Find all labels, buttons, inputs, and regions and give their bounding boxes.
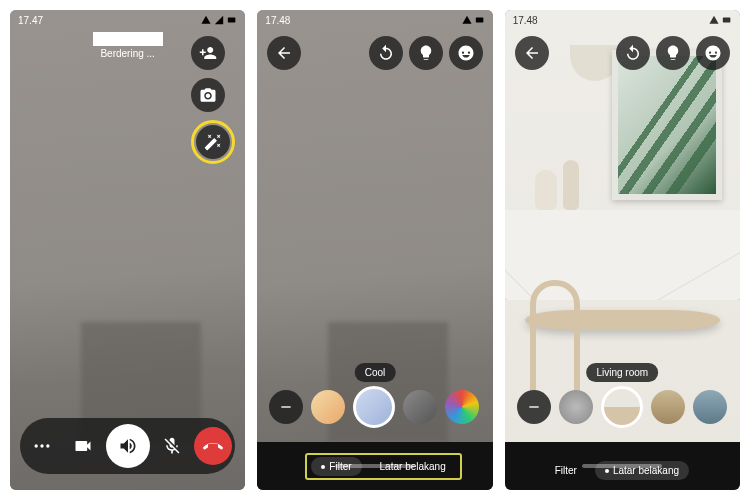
filter-name-pill: Cool: [355, 363, 396, 382]
avatar-button[interactable]: [449, 36, 483, 70]
bg-artwork: [612, 50, 722, 200]
background-thumbnails: [505, 386, 740, 428]
effects-highlight: [191, 120, 235, 164]
svg-rect-7: [529, 406, 538, 407]
effects-button[interactable]: [196, 125, 230, 159]
filter-rainbow[interactable]: [445, 390, 479, 424]
bg-living-room[interactable]: [601, 386, 643, 428]
bg-vase: [563, 160, 579, 210]
svg-point-1: [35, 444, 38, 447]
tab-background[interactable]: Latar belakang: [595, 461, 689, 480]
status-icons: [709, 15, 732, 25]
bg-chair: [530, 280, 580, 390]
active-dot-icon: [321, 465, 325, 469]
tab-background-label: Latar belakang: [613, 465, 679, 476]
back-button[interactable]: [515, 36, 549, 70]
filter-warm[interactable]: [311, 390, 345, 424]
bg-cafe[interactable]: [693, 390, 727, 424]
svg-rect-0: [228, 18, 236, 23]
low-light-button[interactable]: [409, 36, 443, 70]
status-icons: [201, 15, 237, 25]
bg-blur[interactable]: [559, 390, 593, 424]
status-bar: 17.48: [505, 10, 740, 30]
reset-button[interactable]: [369, 36, 403, 70]
status-bar: 17.48: [257, 10, 492, 30]
back-button[interactable]: [267, 36, 301, 70]
tab-filter-label: Filter: [329, 461, 351, 472]
filter-cool[interactable]: [353, 386, 395, 428]
tab-background-label: Latar belakang: [380, 461, 446, 472]
svg-point-3: [46, 444, 49, 447]
caller-name-placeholder: [93, 32, 163, 46]
bg-vase: [535, 170, 557, 210]
call-status: Berdering ...: [100, 48, 154, 59]
tab-filter[interactable]: Filter: [311, 457, 361, 476]
bg-none[interactable]: [517, 390, 551, 424]
clock: 17.48: [513, 15, 538, 26]
effect-tabs: Filter Latar belakang: [545, 461, 689, 480]
speaker-button[interactable]: [106, 424, 150, 468]
filter-swatches: [257, 386, 492, 428]
svg-rect-4: [475, 18, 483, 23]
more-button[interactable]: [23, 427, 61, 465]
svg-point-2: [41, 444, 44, 447]
svg-rect-6: [723, 18, 731, 23]
low-light-button[interactable]: [656, 36, 690, 70]
call-controls: [20, 418, 235, 474]
screen-backgrounds: 17.48 Living room Filte: [505, 10, 740, 490]
filter-none[interactable]: [269, 390, 303, 424]
clock: 17.48: [265, 15, 290, 26]
tabs-highlight: Filter Latar belakang: [305, 453, 461, 480]
add-participant-button[interactable]: [191, 36, 225, 70]
filter-mono[interactable]: [403, 390, 437, 424]
bg-office[interactable]: [651, 390, 685, 424]
reset-button[interactable]: [616, 36, 650, 70]
active-dot-icon: [605, 469, 609, 473]
video-button[interactable]: [64, 427, 102, 465]
switch-camera-button[interactable]: [191, 78, 225, 112]
background-name-pill: Living room: [586, 363, 658, 382]
tab-filter[interactable]: Filter: [545, 461, 587, 480]
tab-background[interactable]: Latar belakang: [370, 457, 456, 476]
tab-filter-label: Filter: [555, 465, 577, 476]
end-call-button[interactable]: [194, 427, 232, 465]
screen-call: 17.47 Berdering ...: [10, 10, 245, 490]
status-icons: [462, 15, 485, 25]
clock: 17.47: [18, 15, 43, 26]
screen-filters: 17.48 Cool Filte: [257, 10, 492, 490]
svg-rect-5: [282, 406, 291, 407]
status-bar: 17.47: [10, 10, 245, 30]
avatar-button[interactable]: [696, 36, 730, 70]
mute-button[interactable]: [153, 427, 191, 465]
